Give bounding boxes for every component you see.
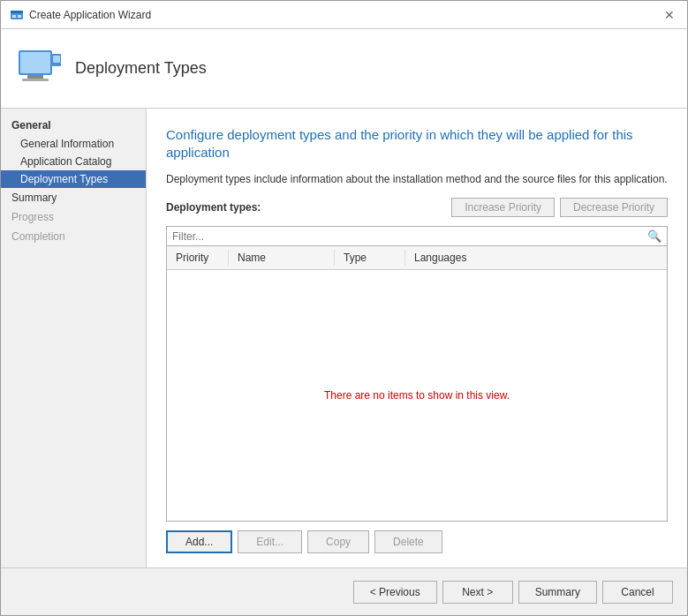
copy-button[interactable]: Copy <box>307 530 369 553</box>
svg-rect-2 <box>12 15 16 18</box>
sidebar-item-progress-label[interactable]: Progress <box>1 207 146 227</box>
col-languages: Languages <box>405 250 667 266</box>
header-banner: Deployment Types <box>1 29 687 109</box>
sidebar-item-application-catalog[interactable]: Application Catalog <box>1 153 146 170</box>
deployment-types-header: Deployment types: Increase Priority Decr… <box>166 198 668 222</box>
col-type: Type <box>335 250 405 266</box>
header-title: Deployment Types <box>75 59 207 78</box>
title-text: Create Application Wizard <box>29 9 151 21</box>
footer: < Previous Next > Summary Cancel <box>1 567 687 615</box>
table-header: Priority Name Type Languages <box>167 246 667 270</box>
sidebar: General General Information Application … <box>1 109 147 567</box>
previous-button[interactable]: < Previous <box>353 581 437 604</box>
title-bar-left: Create Application Wizard <box>10 8 151 22</box>
decrease-priority-button[interactable]: Decrease Priority <box>560 198 668 217</box>
title-bar: Create Application Wizard ✕ <box>1 1 687 29</box>
close-button[interactable]: ✕ <box>661 6 678 24</box>
sidebar-group-general: General <box>1 116 146 135</box>
next-button[interactable]: Next > <box>442 581 513 604</box>
filter-input[interactable] <box>167 228 642 245</box>
svg-rect-5 <box>20 52 50 73</box>
cancel-button[interactable]: Cancel <box>602 581 673 604</box>
svg-rect-3 <box>18 15 21 18</box>
action-buttons: Add... Edit... Copy Delete <box>166 530 668 553</box>
svg-rect-9 <box>53 56 60 63</box>
sidebar-item-general-information[interactable]: General Information <box>1 135 146 153</box>
empty-message: There are no items to show in this view. <box>324 389 510 402</box>
main-heading: Configure deployment types and the prior… <box>166 126 668 161</box>
delete-button[interactable]: Delete <box>374 530 442 553</box>
summary-button[interactable]: Summary <box>518 581 597 604</box>
col-priority: Priority <box>167 250 229 266</box>
deployment-types-icon <box>15 45 63 93</box>
svg-rect-6 <box>27 75 43 79</box>
sidebar-item-completion-label[interactable]: Completion <box>1 227 146 246</box>
svg-rect-7 <box>22 79 49 81</box>
increase-priority-button[interactable]: Increase Priority <box>451 198 555 217</box>
window: Create Application Wizard ✕ Deployment T… <box>0 0 688 616</box>
sidebar-item-summary-label[interactable]: Summary <box>1 188 146 207</box>
description-text: Deployment types include information abo… <box>166 173 668 185</box>
window-icon <box>10 8 24 22</box>
sidebar-item-deployment-types[interactable]: Deployment Types <box>1 170 146 188</box>
section-label: Deployment types: <box>166 201 261 214</box>
table-container: Priority Name Type Languages There are n… <box>166 246 668 522</box>
edit-button[interactable]: Edit... <box>238 530 302 553</box>
col-name: Name <box>229 250 335 266</box>
filter-bar: 🔍 <box>166 226 668 246</box>
search-icon: 🔍 <box>642 227 667 245</box>
priority-buttons: Increase Priority Decrease Priority <box>451 198 668 217</box>
table-body: There are no items to show in this view. <box>167 270 667 521</box>
add-button[interactable]: Add... <box>166 530 232 553</box>
svg-rect-10 <box>53 64 57 65</box>
content-area: General General Information Application … <box>1 109 687 567</box>
main-panel: Configure deployment types and the prior… <box>147 109 687 567</box>
svg-rect-1 <box>11 11 23 13</box>
